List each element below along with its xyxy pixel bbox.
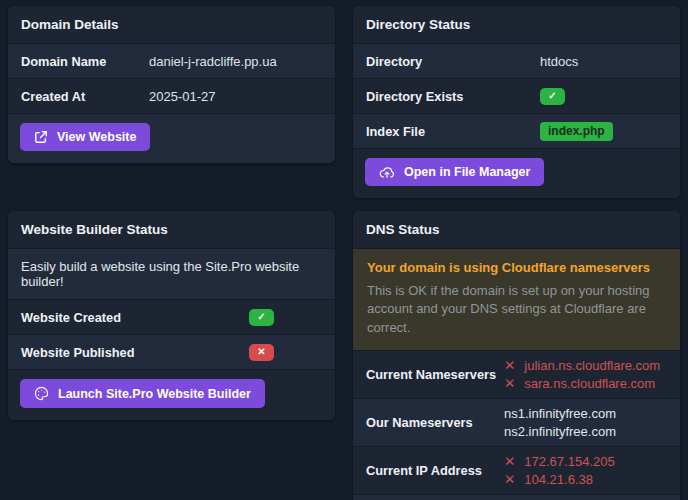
launch-sitepro-builder-button[interactable]: Launch Site.Pro Website Builder [20, 379, 265, 408]
button-label: Open in File Manager [404, 165, 530, 179]
row-label: Domain Name [21, 54, 149, 69]
nameserver-value: ns1.infinityfree.com [504, 406, 616, 421]
domain-name-value: daniel-j-radcliffe.pp.ua [149, 54, 277, 69]
open-file-manager-button[interactable]: Open in File Manager [365, 158, 544, 186]
check-badge-icon: ✓ [540, 88, 565, 105]
error-x-icon: ✕ [504, 455, 515, 469]
builder-description: Easily build a website using the Site.Pr… [8, 248, 335, 299]
ip-address-value: ✕ 104.21.6.38 [504, 472, 615, 487]
card-footer: View Website [8, 113, 335, 163]
error-x-icon: ✕ [504, 473, 515, 487]
index-file-badge: index.php [540, 122, 613, 141]
x-badge-icon: ✕ [249, 344, 274, 361]
button-label: View Website [57, 130, 136, 144]
value-text: 104.21.6.38 [524, 472, 593, 487]
card-title-dns-status: DNS Status [353, 211, 680, 248]
view-website-button[interactable]: View Website [20, 123, 150, 151]
table-row: Created At 2025-01-27 [8, 78, 335, 113]
nameserver-value: ✕ sara.ns.cloudflare.com [504, 376, 660, 391]
table-row: Account IP Address 185.27.134.212 [353, 494, 680, 500]
error-x-icon: ✕ [504, 359, 515, 373]
nameserver-value: ns2.infinityfree.com [504, 424, 616, 439]
value-text: 172.67.154.205 [524, 454, 614, 469]
card-title-website-builder: Website Builder Status [8, 211, 335, 248]
row-label: Current Nameservers [366, 367, 504, 382]
value-text: sara.ns.cloudflare.com [524, 376, 655, 391]
card-title-domain-details: Domain Details [8, 6, 335, 43]
value-text: ns1.infinityfree.com [504, 406, 616, 421]
created-at-value: 2025-01-27 [149, 89, 216, 104]
row-label: Our Nameservers [366, 415, 504, 430]
table-row: Website Published ✕ [8, 334, 335, 369]
palette-icon [34, 386, 49, 401]
card-website-builder-status: Website Builder Status Easily build a we… [8, 211, 335, 420]
card-dns-status: DNS Status Your domain is using Cloudfla… [353, 211, 680, 500]
table-row: Current Nameservers ✕ julian.ns.cloudfla… [353, 350, 680, 398]
row-label: Index File [366, 124, 540, 139]
value-text: julian.ns.cloudflare.com [524, 358, 660, 373]
warning-body: This is OK if the domain is set up on yo… [367, 282, 666, 337]
ip-address-value: ✕ 172.67.154.205 [504, 454, 615, 469]
directory-value: htdocs [540, 54, 578, 69]
table-row: Domain Name daniel-j-radcliffe.pp.ua [8, 43, 335, 78]
warning-title: Your domain is using Cloudflare nameserv… [367, 260, 666, 275]
nameserver-value: ✕ julian.ns.cloudflare.com [504, 358, 660, 373]
table-row: Directory htdocs [353, 43, 680, 78]
value-text: ns2.infinityfree.com [504, 424, 616, 439]
table-row: Directory Exists ✓ [353, 78, 680, 113]
cloudflare-warning-banner: Your domain is using Cloudflare nameserv… [353, 248, 680, 350]
row-label: Current IP Address [366, 463, 504, 478]
dashboard-grid: Domain Details Domain Name daniel-j-radc… [0, 0, 688, 500]
row-label: Directory Exists [366, 89, 540, 104]
table-row: Index File index.php [353, 113, 680, 148]
external-link-icon [34, 130, 48, 144]
cloud-upload-icon [379, 166, 395, 179]
row-label: Website Published [21, 345, 249, 360]
row-label: Created At [21, 89, 149, 104]
table-row: Our Nameservers ns1.infinityfree.com ns2… [353, 398, 680, 446]
table-row: Current IP Address ✕ 172.67.154.205 ✕ 10… [353, 446, 680, 494]
check-badge-icon: ✓ [249, 309, 274, 326]
card-domain-details: Domain Details Domain Name daniel-j-radc… [8, 6, 335, 163]
button-label: Launch Site.Pro Website Builder [58, 387, 251, 401]
table-row: Website Created ✓ [8, 299, 335, 334]
row-label: Directory [366, 54, 540, 69]
card-footer: Launch Site.Pro Website Builder [8, 369, 335, 420]
card-directory-status: Directory Status Directory htdocs Direct… [353, 6, 680, 198]
row-label: Website Created [21, 310, 249, 325]
card-title-directory-status: Directory Status [353, 6, 680, 43]
card-footer: Open in File Manager [353, 148, 680, 198]
error-x-icon: ✕ [504, 377, 515, 391]
